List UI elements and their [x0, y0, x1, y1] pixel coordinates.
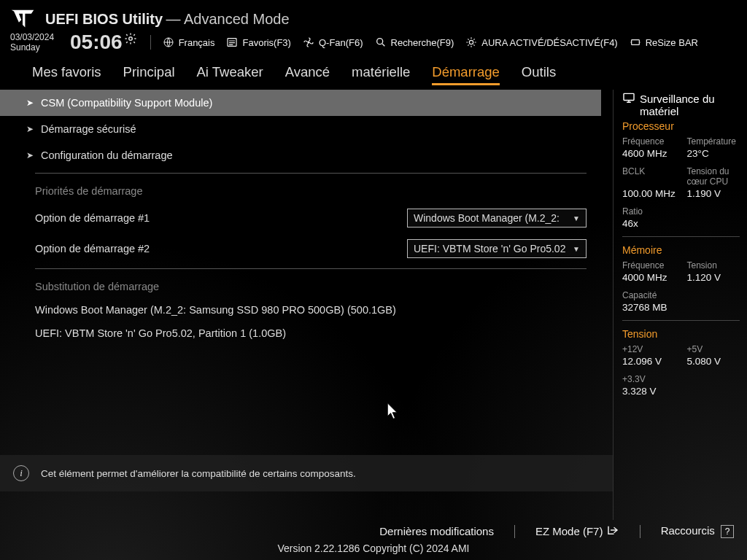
qfan-shortcut[interactable]: Q-Fan(F6)	[303, 36, 363, 48]
main-tabs: Mes favoris Principal Ai Tweaker Avancé …	[0, 58, 747, 90]
search-shortcut[interactable]: Recherche(F9)	[375, 36, 454, 48]
resize-bar-shortcut[interactable]: ReSize BAR	[630, 36, 698, 48]
svg-point-5	[470, 40, 473, 44]
menu-csm[interactable]: ➤ CSM (Compatibility Support Module)	[0, 90, 601, 116]
tab-tools[interactable]: Outils	[522, 64, 556, 85]
voltage-heading: Tension	[622, 328, 747, 340]
chevron-right-icon: ➤	[26, 124, 34, 134]
chevron-down-icon: ▼	[573, 214, 580, 222]
date-text: 03/03/2024	[10, 32, 63, 42]
version-text: Version 2.22.1286 Copyright (C) 2024 AMI	[13, 542, 734, 554]
boot-option-2-dropdown[interactable]: UEFI: VBTM Store 'n' Go Pro5.02 ▼	[407, 239, 587, 258]
v12-value: 12.096 V	[622, 356, 683, 367]
chevron-right-icon: ➤	[26, 150, 34, 160]
monitor-icon	[622, 93, 635, 105]
boot-priority-heading: Priorités de démarrage	[0, 178, 613, 203]
cpu-temp-value: 23°C	[687, 148, 748, 159]
menu-secure-boot[interactable]: ➤ Démarrage sécurisé	[0, 116, 613, 142]
last-modified-button[interactable]: Dernières modifications	[379, 525, 494, 537]
tab-main[interactable]: Principal	[123, 64, 175, 85]
memory-heading: Mémoire	[622, 244, 747, 256]
processor-heading: Processeur	[622, 120, 747, 132]
boot-option-2-row: Option de démarrage #2 UEFI: VBTM Store …	[0, 233, 613, 264]
app-title: UEFI BIOS Utility — Advanced Mode	[45, 11, 290, 28]
override-entry-2[interactable]: UEFI: VBTM Store 'n' Go Pro5.02, Partiti…	[0, 322, 613, 345]
override-entry-1[interactable]: Windows Boot Manager (M.2_2: Samsung SSD…	[0, 298, 613, 322]
v33-value: 3.328 V	[622, 386, 683, 397]
boot-option-1-row: Option de démarrage #1 Windows Boot Mana…	[0, 203, 613, 233]
tab-advanced[interactable]: Avancé	[285, 64, 330, 85]
tab-boot[interactable]: Démarrage	[432, 64, 500, 85]
help-icon: ?	[721, 525, 734, 538]
footer: Dernières modifications EZ Mode (F7) Rac…	[0, 520, 747, 560]
resize-bar-icon	[630, 36, 641, 48]
hardware-monitor-panel: Surveillance du matériel Processeur Fréq…	[613, 90, 747, 520]
svg-point-4	[376, 39, 382, 44]
svg-rect-7	[624, 93, 634, 100]
menu-boot-config[interactable]: ➤ Configuration du démarrage	[0, 142, 613, 168]
cpu-freq-value: 4600 MHz	[622, 148, 683, 159]
globe-icon	[163, 36, 174, 48]
help-text: Cet élément permet d'améliorer la compat…	[41, 468, 356, 479]
exit-icon	[606, 525, 619, 535]
day-text: Sunday	[10, 42, 63, 52]
top-shortcuts: Français Favoris(F3) Q-Fan(F6) Recherche…	[150, 35, 698, 50]
title-bar: UEFI BIOS Utility — Advanced Mode	[0, 0, 747, 31]
tuf-logo-icon	[10, 9, 35, 29]
gear-icon[interactable]	[124, 32, 137, 47]
help-strip: i Cet élément permet d'améliorer la comp…	[0, 455, 613, 491]
v5-value: 5.080 V	[687, 356, 748, 367]
chevron-down-icon: ▼	[573, 245, 580, 253]
shortcuts-button[interactable]: Raccourcis ?	[661, 524, 734, 538]
boot-option-2-label: Option de démarrage #2	[35, 243, 150, 254]
status-row: 03/03/2024 Sunday 05:06 Français Favoris…	[0, 31, 747, 58]
boot-override-heading: Substitution de démarrage	[0, 273, 613, 298]
clock[interactable]: 05:06	[70, 31, 137, 54]
chevron-right-icon: ➤	[26, 98, 34, 108]
boot-option-1-label: Option de démarrage #1	[35, 212, 150, 224]
aura-shortcut[interactable]: AURA ACTIVÉ/DÉSACTIVÉ(F4)	[465, 36, 617, 48]
content-panel: ➤ CSM (Compatibility Support Module) ➤ D…	[0, 90, 613, 520]
svg-point-3	[308, 42, 310, 44]
mem-cap-value: 32768 MB	[622, 302, 683, 313]
list-icon	[226, 36, 238, 48]
hw-monitor-title: Surveillance du	[622, 93, 747, 105]
tab-favorites[interactable]: Mes favoris	[32, 64, 101, 85]
boot-option-1-dropdown[interactable]: Windows Boot Manager (M.2_2: ▼	[407, 209, 587, 228]
ez-mode-button[interactable]: EZ Mode (F7)	[535, 525, 619, 537]
language-selector[interactable]: Français	[163, 36, 215, 48]
date-block: 03/03/2024 Sunday	[10, 32, 63, 53]
favorites-shortcut[interactable]: Favoris(F3)	[226, 36, 290, 48]
tab-hardware[interactable]: matérielle	[352, 64, 410, 85]
svg-rect-6	[631, 40, 639, 45]
ratio-value: 46x	[622, 218, 683, 229]
fan-icon	[303, 36, 314, 48]
tab-ai-tweaker[interactable]: Ai Tweaker	[197, 64, 263, 85]
svg-point-0	[128, 37, 132, 41]
info-icon: i	[13, 465, 29, 481]
aura-icon	[465, 36, 477, 48]
bclk-value: 100.00 MHz	[622, 188, 683, 199]
mem-tension-value: 1.120 V	[687, 272, 748, 283]
mem-freq-value: 4000 MHz	[622, 272, 683, 283]
search-icon	[375, 36, 387, 48]
vcore-value: 1.190 V	[687, 188, 748, 199]
